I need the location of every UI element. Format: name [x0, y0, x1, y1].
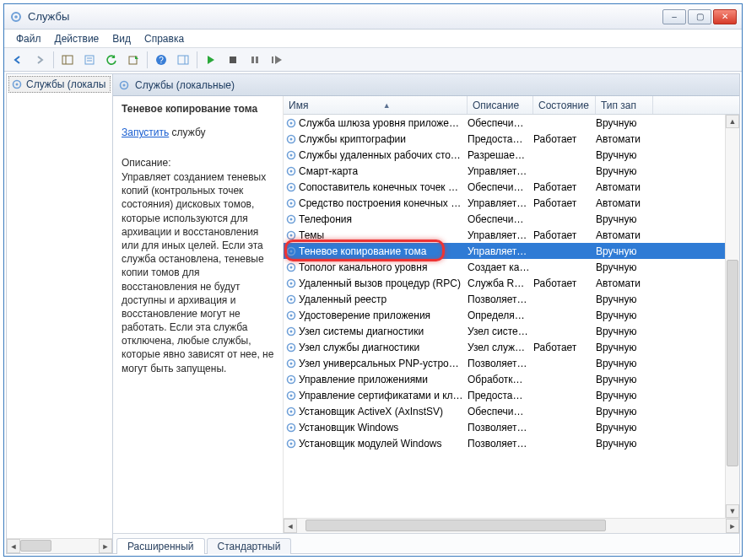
gear-icon [11, 78, 23, 90]
gear-icon [284, 390, 299, 401]
table-row[interactable]: Удаленный реестрПозволяет…Вручную [284, 291, 739, 307]
cell-description: Узел служ… [468, 342, 533, 353]
forward-button[interactable] [30, 51, 50, 69]
table-row[interactable]: Управление приложениямиОбработк…Вручную [284, 371, 739, 387]
svg-rect-10 [178, 56, 188, 64]
table-row[interactable]: Установщик ActiveX (AxInstSV)Обеспечи…Вр… [284, 403, 739, 419]
tree-root-services[interactable]: Службы (локалы [8, 76, 111, 93]
table-row[interactable]: Узел системы диагностикиУзел систе…Вручн… [284, 323, 739, 339]
table-row[interactable]: Смарт-картаУправляет…Вручную [284, 163, 739, 179]
list-vscrollbar[interactable]: ▲ ▼ [725, 115, 739, 518]
restart-service-button[interactable] [267, 51, 287, 69]
tree-hscrollbar[interactable]: ◄ ► [7, 538, 112, 553]
table-row[interactable]: Служба шлюза уровня приложен…Обеспечи…Вр… [284, 115, 739, 131]
svg-rect-15 [272, 57, 273, 63]
pane-header: Службы (локальные) [113, 74, 739, 96]
gear-icon [284, 229, 299, 241]
scroll-right-icon[interactable]: ► [726, 519, 739, 533]
start-service-link[interactable]: Запустить [122, 127, 169, 138]
menu-file[interactable]: Файл [9, 31, 48, 46]
cell-startup: Вручную [596, 293, 653, 305]
svg-point-23 [290, 137, 293, 140]
svg-point-45 [290, 314, 293, 316]
scroll-thumb[interactable] [305, 520, 606, 531]
table-row[interactable]: Службы криптографииПредоста…РаботаетАвто… [284, 131, 739, 147]
cell-startup: Вручную [596, 438, 653, 450]
refresh-button[interactable] [101, 51, 122, 69]
column-headers: Имя▲ Описание Состояние Тип зап [284, 96, 739, 115]
table-row[interactable]: ТелефонияОбеспечи…Вручную [284, 211, 739, 227]
menu-action[interactable]: Действие [48, 31, 106, 46]
table-row[interactable]: Службы удаленных рабочих стол…Разрешае…В… [284, 147, 739, 163]
back-button[interactable] [8, 51, 28, 69]
description-label: Описание: [122, 157, 274, 169]
table-row[interactable]: Установщик WindowsПозволяет…Вручную [284, 419, 739, 435]
stop-service-button[interactable] [223, 51, 243, 69]
col-name[interactable]: Имя▲ [284, 96, 468, 114]
table-row[interactable]: Сопоставитель конечных точек R…Обеспечи…… [284, 179, 739, 195]
table-row[interactable]: Средство построения конечных т…Управляет… [284, 195, 739, 211]
properties-button[interactable] [79, 51, 100, 69]
tab-standard[interactable]: Стандартный [207, 538, 292, 554]
pane-header-label: Службы (локальные) [135, 79, 235, 91]
gear-icon [284, 149, 299, 161]
scroll-thumb[interactable] [727, 260, 738, 466]
gear-icon [284, 374, 299, 385]
action-pane-button[interactable] [173, 51, 193, 69]
scroll-left-icon[interactable]: ◄ [284, 519, 297, 533]
col-state[interactable]: Состояние [533, 96, 596, 114]
cell-description: Обеспечи… [468, 213, 533, 225]
svg-point-41 [290, 282, 293, 284]
svg-rect-2 [62, 56, 73, 64]
scroll-left-icon[interactable]: ◄ [7, 539, 20, 553]
gear-icon [284, 358, 299, 369]
scroll-thumb[interactable] [20, 540, 51, 552]
table-row[interactable]: Тополог канального уровняСоздает ка…Вруч… [284, 259, 739, 275]
col-description[interactable]: Описание [468, 96, 533, 114]
start-service-button[interactable] [201, 51, 221, 69]
list-hscrollbar[interactable]: ◄ ► [284, 518, 739, 533]
svg-point-29 [290, 186, 293, 188]
cell-name: Управление приложениями [299, 374, 468, 385]
cell-startup: Автомати [596, 181, 653, 193]
table-row[interactable]: Теневое копирование томаУправляет…Вручну… [284, 243, 739, 259]
table-row[interactable]: ТемыУправляет…РаботаетАвтомати [284, 227, 739, 243]
table-row[interactable]: Управление сертификатами и кл…Предоста…В… [284, 387, 739, 403]
col-startup[interactable]: Тип зап [596, 96, 653, 114]
services-icon [9, 10, 23, 24]
table-row[interactable]: Узел универсальных PNP-устройс…Позволяет… [284, 355, 739, 371]
scroll-up-icon[interactable]: ▲ [726, 115, 739, 128]
table-row[interactable]: Удостоверение приложенияОпределя…Вручную [284, 307, 739, 323]
cell-name: Узел системы диагностики [299, 326, 468, 337]
maximize-button[interactable]: ▢ [688, 9, 711, 24]
svg-point-59 [290, 426, 293, 428]
show-hide-tree-button[interactable] [57, 51, 78, 69]
cell-description: Управляет… [468, 197, 533, 209]
menu-help[interactable]: Справка [138, 31, 191, 46]
menu-view[interactable]: Вид [105, 31, 138, 46]
table-row[interactable]: Узел службы диагностикиУзел служ…Работае… [284, 339, 739, 355]
titlebar[interactable]: Службы – ▢ ✕ [4, 4, 742, 30]
cell-startup: Автомати [596, 277, 653, 289]
table-row[interactable]: Установщик модулей WindowsПозволяет…Вруч… [284, 435, 739, 451]
svg-point-21 [290, 121, 293, 124]
svg-point-57 [290, 410, 293, 412]
main-body: Службы (локалы ◄ ► Службы (локальные) Те… [6, 73, 740, 554]
minimize-button[interactable]: – [662, 9, 686, 24]
tab-extended[interactable]: Расширенный [116, 538, 205, 554]
svg-point-25 [290, 153, 293, 156]
cell-description: Управляет… [468, 245, 533, 257]
help-button[interactable]: ? [151, 51, 171, 69]
cell-state: Работает [533, 197, 596, 209]
table-row[interactable]: Удаленный вызов процедур (RPC)Служба R…Р… [284, 275, 739, 291]
cell-startup: Автомати [596, 229, 653, 241]
scroll-down-icon[interactable]: ▼ [726, 504, 739, 518]
cell-name: Установщик Windows [299, 422, 468, 433]
cell-name: Смарт-карта [299, 165, 468, 177]
close-button[interactable]: ✕ [713, 9, 737, 24]
cell-description: Служба R… [468, 277, 533, 289]
cell-description: Позволяет… [468, 358, 533, 369]
scroll-right-icon[interactable]: ► [99, 539, 112, 553]
pause-service-button[interactable] [245, 51, 265, 69]
export-button[interactable] [123, 51, 143, 69]
